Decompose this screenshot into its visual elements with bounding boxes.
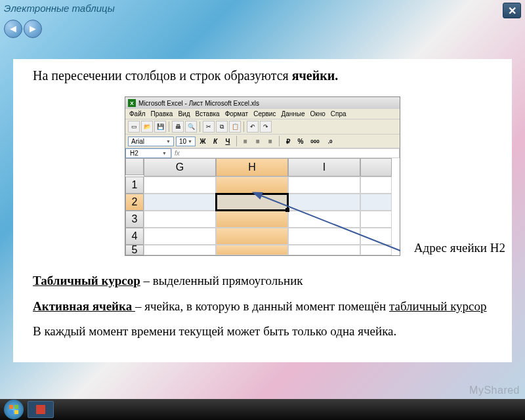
row-header-5[interactable]: 5 bbox=[125, 245, 144, 255]
tb-undo-icon[interactable]: ↶ bbox=[247, 121, 259, 133]
tb-redo-icon[interactable]: ↷ bbox=[260, 121, 272, 133]
content-panel: На пересечении столбцов и строк образуют… bbox=[13, 59, 512, 362]
start-button[interactable] bbox=[4, 400, 24, 419]
cell-g5[interactable] bbox=[144, 245, 216, 255]
font-name-select[interactable]: Arial▼ bbox=[128, 136, 174, 146]
menu-window[interactable]: Окно bbox=[310, 110, 326, 117]
tb-open-icon[interactable]: 📂 bbox=[141, 121, 153, 133]
taskbar bbox=[0, 399, 525, 420]
cell-h1[interactable] bbox=[216, 177, 288, 194]
tb-paste-icon[interactable]: 📋 bbox=[229, 121, 241, 133]
tb-save-icon[interactable]: 💾 bbox=[154, 121, 166, 133]
menu-data[interactable]: Данные bbox=[281, 110, 304, 117]
tb-cut-icon[interactable]: ✂ bbox=[203, 121, 215, 133]
intro-plain: На пересечении столбцов и строк образуют… bbox=[33, 68, 292, 83]
col-header-next[interactable] bbox=[360, 158, 392, 177]
menu-edit[interactable]: Правка bbox=[151, 110, 173, 117]
align-left-icon[interactable]: ≡ bbox=[240, 136, 251, 146]
cell-i5[interactable] bbox=[288, 245, 360, 255]
app-icon bbox=[36, 405, 45, 414]
tb-copy-icon[interactable]: ⧉ bbox=[216, 121, 228, 133]
percent-button[interactable]: % bbox=[295, 136, 306, 146]
page-title: Электронные таблицы bbox=[4, 3, 115, 14]
cell-j5[interactable] bbox=[360, 245, 392, 255]
svg-rect-5 bbox=[36, 405, 45, 414]
def-active-cell: Активная ячейка – ячейка, в которую в да… bbox=[33, 299, 492, 315]
row-header-4[interactable]: 4 bbox=[125, 228, 144, 245]
tb-print-icon[interactable]: 🖶 bbox=[172, 121, 184, 133]
cell-i3[interactable] bbox=[288, 211, 360, 228]
row-header-3[interactable]: 3 bbox=[125, 211, 144, 228]
menu-view[interactable]: Вид bbox=[178, 110, 190, 117]
spreadsheet-grid: G H I 1 2 bbox=[125, 158, 400, 255]
menu-file[interactable]: Файл bbox=[129, 110, 146, 117]
nav-forward-button[interactable]: ► bbox=[24, 20, 42, 38]
italic-button[interactable]: К bbox=[210, 136, 220, 146]
excel-icon: X bbox=[128, 99, 136, 107]
watermark: MyShared bbox=[469, 385, 520, 396]
underline-button[interactable]: Ч bbox=[222, 136, 233, 146]
intro-text: На пересечении столбцов и строк образуют… bbox=[33, 68, 492, 83]
excel-menubar: Файл Правка Вид Вставка Формат Сервис Да… bbox=[125, 109, 400, 119]
tb-preview-icon[interactable]: 🔍 bbox=[185, 121, 197, 133]
cell-j1[interactable] bbox=[360, 177, 392, 194]
cell-j3[interactable] bbox=[360, 211, 392, 228]
menu-format[interactable]: Формат bbox=[225, 110, 249, 117]
cell-i1[interactable] bbox=[288, 177, 360, 194]
cell-g2[interactable] bbox=[144, 194, 216, 211]
menu-insert[interactable]: Вставка bbox=[195, 110, 219, 117]
row-header-2[interactable]: 2 bbox=[125, 194, 144, 211]
cell-h3[interactable] bbox=[216, 211, 288, 228]
def-single-cell: В каждый момент времени текущей может бы… bbox=[33, 324, 492, 340]
cell-g1[interactable] bbox=[144, 177, 216, 194]
cell-h2-active[interactable] bbox=[216, 194, 288, 211]
currency-icon[interactable]: ₽ bbox=[283, 136, 293, 146]
menu-help[interactable]: Спра bbox=[331, 110, 346, 117]
cell-j4[interactable] bbox=[360, 228, 392, 245]
col-header-g[interactable]: G bbox=[144, 158, 216, 177]
cell-address-label: Адрес ячейки H2 bbox=[414, 241, 505, 255]
cell-g3[interactable] bbox=[144, 211, 216, 228]
cell-i4[interactable] bbox=[288, 228, 360, 245]
cell-i2[interactable] bbox=[288, 194, 360, 211]
align-right-icon[interactable]: ≡ bbox=[265, 136, 276, 146]
col-header-h[interactable]: H bbox=[216, 158, 288, 177]
svg-rect-2 bbox=[14, 405, 18, 409]
excel-window-title: Microsoft Excel - Лист Microsoft Excel.x… bbox=[138, 100, 259, 107]
intro-bold: ячейки. bbox=[292, 68, 339, 83]
cell-h4[interactable] bbox=[216, 228, 288, 245]
cell-h5[interactable] bbox=[216, 245, 288, 255]
font-size-select[interactable]: 10▼ bbox=[176, 136, 196, 146]
excel-screenshot: X Microsoft Excel - Лист Microsoft Excel… bbox=[33, 96, 492, 256]
svg-rect-3 bbox=[9, 410, 13, 414]
excel-format-bar: Arial▼ 10▼ Ж К Ч ≡ ≡ ≡ ₽ % 000 ,0 bbox=[125, 134, 400, 148]
thousands-button[interactable]: 000 bbox=[308, 136, 322, 146]
bold-button[interactable]: Ж bbox=[198, 136, 208, 146]
cell-j2[interactable] bbox=[360, 194, 392, 211]
menu-tools[interactable]: Сервис bbox=[253, 110, 276, 117]
close-button[interactable]: ✕ bbox=[503, 3, 521, 18]
align-center-icon[interactable]: ≡ bbox=[253, 136, 263, 146]
name-box[interactable]: H2▼ bbox=[125, 148, 171, 158]
formula-bar[interactable]: fx bbox=[171, 148, 400, 158]
nav-back-button[interactable]: ◄ bbox=[4, 20, 22, 38]
taskbar-item[interactable] bbox=[28, 401, 54, 418]
excel-toolbar: ▭ 📂 💾 🖶 🔍 ✂ ⧉ 📋 ↶ ↷ bbox=[125, 119, 400, 134]
tb-new-icon[interactable]: ▭ bbox=[128, 121, 140, 133]
svg-rect-1 bbox=[9, 405, 13, 409]
col-header-i[interactable]: I bbox=[288, 158, 360, 177]
cell-g4[interactable] bbox=[144, 228, 216, 245]
excel-titlebar: X Microsoft Excel - Лист Microsoft Excel… bbox=[125, 97, 400, 109]
def-cursor: Табличный курсор – выделенный прямоуголь… bbox=[33, 273, 492, 289]
svg-rect-4 bbox=[14, 410, 18, 414]
row-header-1[interactable]: 1 bbox=[125, 177, 144, 194]
windows-icon bbox=[9, 404, 19, 415]
decimal-button[interactable]: ,0 bbox=[324, 136, 336, 146]
select-all-corner[interactable] bbox=[125, 158, 144, 175]
